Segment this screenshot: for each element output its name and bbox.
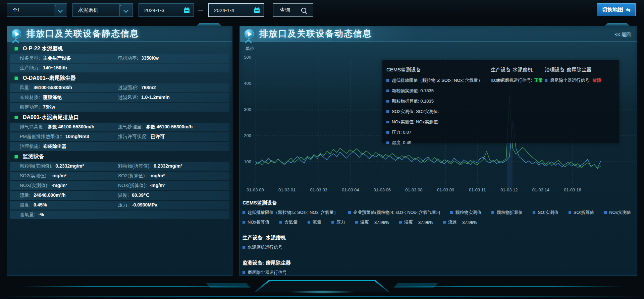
- tooltip-item: NOx实测值: NOx实测值:: [386, 119, 503, 125]
- legend-square-icon: [533, 211, 535, 214]
- legend-item[interactable]: SO:实测值: [533, 210, 558, 216]
- info-label: 过滤风速:: [118, 95, 138, 101]
- tooltip-item-text: 水泥磨机运行信号:: [496, 77, 532, 83]
- legend-item-label: 水泥磨机运行信号: [248, 244, 282, 250]
- legend-square-icon: [386, 89, 389, 92]
- info-value: 已许可: [151, 134, 165, 140]
- device-select[interactable]: 水泥磨机: [72, 3, 133, 17]
- static-info-panel: 排放口及关联设备静态信息 O-P-22 水泥磨机设备类型:主要生产设备电机功率:…: [7, 26, 232, 276]
- legend-item[interactable]: NOx实测值: [604, 210, 631, 216]
- chevron-down-icon[interactable]: [119, 4, 132, 16]
- legend-item[interactable]: 流量: [308, 219, 321, 225]
- legend-item[interactable]: 含氧量: [279, 219, 298, 225]
- tooltip-item: 磨尾除尘器运行信号:故障: [545, 77, 601, 83]
- legend-item[interactable]: NOx折算值: [243, 219, 269, 225]
- legend-item[interactable]: 企业预警值(颗粒物:4; sOz-; NOx-;含氧气量:-): [348, 210, 440, 216]
- legend-item[interactable]: 超低排放限值（颗拉物:5: SOz-; NOx; 含氧量）: [243, 210, 338, 216]
- switch-map-button[interactable]: 切换地图 ⇆: [597, 3, 636, 16]
- info-label: 额定功率:: [20, 104, 40, 110]
- info-row: 含氧量:-%: [10, 211, 229, 219]
- info-cell: SO2(实测值):-mg/m³: [20, 173, 118, 179]
- chevron-down-icon[interactable]: [54, 4, 66, 16]
- status-badge: 正常: [534, 77, 543, 83]
- legend-square-icon: [243, 211, 245, 214]
- panel-tab-decoration: [604, 23, 630, 26]
- legend-item-value: 37.96%: [462, 220, 477, 225]
- info-label: 电机功率:: [118, 55, 138, 61]
- section-title: 监测设备: [23, 153, 44, 160]
- legend-square-icon: [491, 79, 493, 82]
- info-value: 0.45%: [34, 202, 47, 207]
- query-button-label: 查询: [273, 7, 290, 13]
- tooltip-item: 湿度: 0.49: [386, 140, 503, 146]
- info-cell: 排污许可状况:已许可: [118, 134, 165, 140]
- legend-row: NOx折算值含氧量流量压力温度37.96%湿度37.96%流速37.96%: [243, 219, 636, 225]
- info-value: 60.39℃: [132, 192, 149, 198]
- info-value: 140~150t/h: [43, 65, 67, 70]
- info-label: SO2(折算值):: [118, 173, 146, 179]
- legend-item[interactable]: 颗粒物折算值: [491, 210, 523, 216]
- legend-item[interactable]: 水泥磨机运行信号: [243, 244, 282, 250]
- legend-item[interactable]: 流速37.96%: [443, 219, 477, 225]
- info-cell: 废气处理量:参数 46100-55300m/h: [118, 124, 193, 130]
- swap-arrows-icon: ⇆: [626, 7, 630, 13]
- search-icon: [301, 7, 307, 13]
- section-bullet-icon: [14, 47, 18, 51]
- info-cell: SO2(折算值):-mg/m³: [118, 173, 165, 179]
- info-row: NOX(实测值):-mg/m³NOX(折算值):-mg/m³: [10, 181, 229, 190]
- footer-wing: [394, 283, 438, 288]
- info-label: 排污许可状况:: [118, 134, 148, 140]
- status-badge: 故障: [593, 77, 601, 83]
- section-bullet-icon: [14, 155, 18, 159]
- legend-square-icon: [331, 221, 334, 224]
- section-bullet-icon: [14, 76, 18, 80]
- legend-item[interactable]: 颗粒物实测值: [450, 210, 481, 216]
- info-value: -0.0930MPa: [132, 202, 157, 207]
- legend-item-label: SO:折算值: [574, 210, 594, 216]
- legend-group-header: CEMS监测设备: [243, 200, 636, 206]
- info-label: 含氧量:: [20, 212, 35, 218]
- legend-square-icon: [399, 221, 402, 224]
- legend-item[interactable]: 湿度37.96%: [399, 219, 433, 225]
- start-date-input[interactable]: 2024-1-3: [139, 3, 194, 17]
- tooltip-column: 治理设备-磨尾除尘器磨尾除尘器运行信号:故障: [545, 60, 601, 83]
- static-info-body: O-P-22 水泥磨机设备类型:主要生产设备电机功率:3350Kw生产能力:14…: [7, 42, 232, 219]
- legend-item[interactable]: 温度37.96%: [355, 219, 389, 225]
- info-cell: 设备类型:主要生产设备: [20, 55, 118, 61]
- tooltip-item: 颗粒物折算值: 0.1835: [386, 98, 503, 104]
- legend-group-header: 生产设备: 水泥磨机: [243, 235, 636, 241]
- calendar-icon[interactable]: [183, 7, 190, 14]
- info-label: PM超低排排放限值::: [20, 134, 62, 140]
- info-row: 生产能力:140~150t/h: [10, 64, 229, 72]
- legend-item[interactable]: SO:折算值: [569, 210, 594, 216]
- legend-square-icon: [243, 246, 245, 249]
- legend-item-label: SO:实测值: [538, 210, 558, 216]
- tooltip-item: 超低排放限值（颗拉物:5: SOz-; NOx; 含氧量）:100%: [386, 77, 503, 83]
- section-bullet-icon: [14, 116, 18, 119]
- info-label: 颗粒物(折算值):: [118, 163, 151, 169]
- tooltip-item-text: 颗粒物实测值: 0.1835: [392, 88, 434, 94]
- info-label: 治理措施:: [20, 143, 40, 150]
- info-value: 75Kw: [43, 104, 55, 110]
- query-button[interactable]: 查询: [273, 3, 313, 17]
- back-link[interactable]: << 返回: [615, 32, 631, 38]
- legend-item[interactable]: 压力: [331, 219, 345, 225]
- legend-square-icon: [443, 221, 446, 224]
- footer-baseline: [0, 296, 644, 297]
- plant-select[interactable]: 全厂: [7, 3, 67, 17]
- info-value: 0.2332mg/m³: [154, 163, 182, 169]
- legend-item-label: 温度: [360, 219, 369, 225]
- end-date-value: 2024-1-4: [209, 7, 234, 13]
- info-label: SO2(实测值):: [20, 173, 48, 179]
- switch-map-label: 切换地图: [602, 6, 623, 13]
- info-label: 风量:: [20, 85, 31, 91]
- info-cell: 额定功率:75Kw: [20, 104, 118, 110]
- legend-item[interactable]: 磨尾除尘器运行信号: [243, 270, 287, 276]
- info-value: -mg/m³: [150, 183, 166, 188]
- end-date-input[interactable]: 2024-1-4: [208, 3, 264, 17]
- info-label: 排气筒高度:: [20, 124, 45, 130]
- legend-item-label: NOx实测值: [609, 210, 631, 216]
- info-label: 温度:: [118, 192, 129, 198]
- legend-square-icon: [545, 79, 547, 82]
- calendar-icon[interactable]: [254, 7, 260, 14]
